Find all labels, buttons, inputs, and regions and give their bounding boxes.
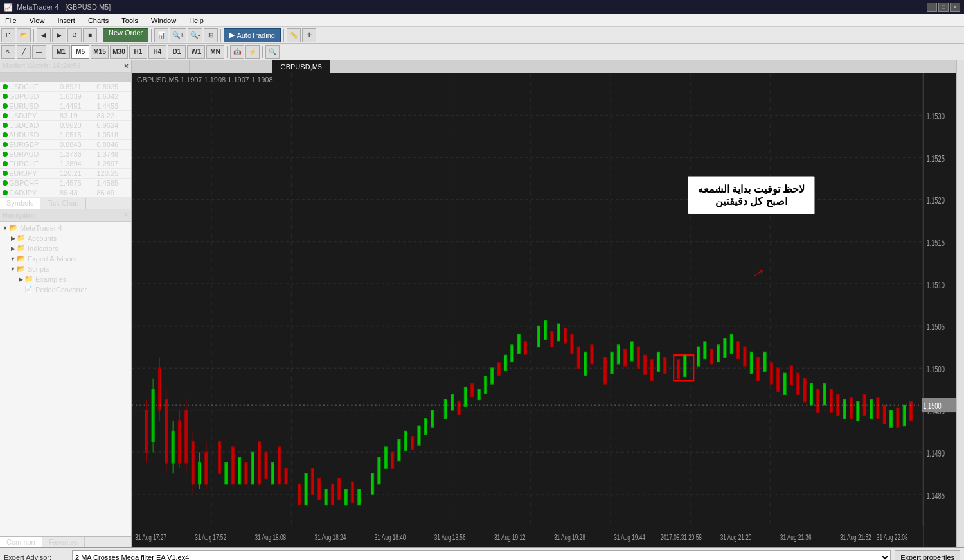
tree-item-period-converter[interactable]: PeriodConverter (17, 284, 130, 295)
ea-dropdown[interactable]: 2 MA Crosses Mega filter EA V1.ex4 (72, 550, 891, 560)
svg-rect-73 (451, 394, 454, 410)
tf-m5[interactable]: M5 (71, 45, 89, 59)
mw-row[interactable]: CADJPY 86.43 86.49 (0, 188, 131, 198)
svg-rect-54 (311, 468, 314, 494)
mw-row[interactable]: EURUSD 1.4451 1.4453 (0, 101, 131, 111)
folder-icon-ea (17, 254, 26, 263)
mw-row[interactable]: USDCAD 0.9620 0.9624 (0, 121, 131, 130)
tree-item-ea[interactable]: ▼ Expert Advisors (9, 254, 130, 264)
mw-tab-symbols[interactable]: Symbols (0, 198, 40, 209)
mw-tab-tick[interactable]: Tick Chart (40, 198, 86, 209)
chart-tab-gbpusd-m5[interactable]: GBPUSD,M5 (272, 60, 330, 73)
search-button[interactable]: 🔍 (265, 45, 280, 59)
line-button[interactable]: 📏 (287, 28, 301, 42)
svg-rect-48 (265, 452, 267, 478)
tree-item-examples[interactable]: ▶ Examples (17, 274, 130, 284)
menu-view[interactable]: View (27, 14, 48, 26)
cursor-button[interactable]: ↖ (1, 45, 15, 59)
chart-area[interactable]: EURUSD,M1 EURUSD,M2 (offline) GBPUSD,M5 … (132, 60, 956, 547)
svg-rect-70 (424, 419, 427, 435)
svg-rect-51 (285, 468, 287, 484)
mw-cell-ask: 86.49 (94, 188, 131, 198)
tf-h1[interactable]: H1 (129, 45, 147, 59)
mw-tabs: Symbols Tick Chart (0, 198, 131, 209)
tree-item-root[interactable]: ▼ MetaTrader 4 (1, 223, 130, 233)
chart-tab-eurusd-m2[interactable]: EURUSD,M2 (offline) (190, 60, 272, 73)
menu-help[interactable]: Help (186, 14, 206, 26)
expert-properties-button[interactable]: Expert properties (895, 550, 960, 560)
tree-item-scripts[interactable]: ▼ Scripts (9, 264, 130, 274)
zoom-out-button[interactable]: 🔍- (188, 28, 202, 42)
chart-tab-eurusd-m1[interactable]: EURUSD,M1 (132, 60, 190, 73)
svg-rect-77 (478, 389, 480, 399)
expand-icon-ea: ▼ (9, 255, 17, 263)
mw-row[interactable]: EURJPY 120.21 120.25 (0, 169, 131, 179)
svg-rect-58 (338, 478, 341, 500)
mw-row[interactable]: AUDUSD 1.0515 1.0518 (0, 130, 131, 140)
minimize-button[interactable]: _ (927, 3, 937, 12)
menu-window[interactable]: Window (148, 14, 179, 26)
mw-cell-bid: 1.4575 (57, 179, 94, 188)
mw-row[interactable]: EURAUD 1.3736 1.3748 (0, 150, 131, 159)
mw-table: Symbol Bid Ask USDCHF 0.8921 0.8925 GBPU… (0, 73, 131, 198)
menu-insert[interactable]: Insert (55, 14, 78, 26)
mw-cell-symbol: EURUSD (0, 101, 57, 111)
tf-m30[interactable]: M30 (110, 45, 128, 59)
menu-file[interactable]: File (3, 14, 19, 26)
svg-rect-102 (657, 353, 659, 372)
tf-mn[interactable]: MN (206, 45, 224, 59)
chart-mode-button[interactable]: 📊 (154, 28, 168, 42)
open-button[interactable]: 📂 (17, 28, 31, 42)
tf-m15[interactable]: M15 (91, 45, 109, 59)
refresh-button[interactable]: ↺ (67, 28, 82, 42)
svg-rect-94 (604, 358, 607, 384)
mw-row[interactable]: USDCHF 0.8921 0.8925 (0, 82, 131, 92)
mw-row[interactable]: GBPUSD 1.6339 1.6342 (0, 92, 131, 101)
mw-cell-ask: 1.6342 (94, 92, 131, 101)
menu-tools[interactable]: Tools (119, 14, 141, 26)
forward-button[interactable]: ▶ (52, 28, 66, 42)
title-bar-controls[interactable]: _ □ × (927, 3, 960, 12)
expand-icon-pc (17, 286, 24, 293)
menu-charts[interactable]: Charts (85, 14, 111, 26)
tf-separator2 (262, 46, 263, 58)
line-tool-button[interactable]: ╱ (17, 45, 31, 59)
mw-cell-ask: 120.25 (94, 169, 131, 179)
mw-close[interactable]: × (124, 62, 129, 71)
svg-rect-120 (783, 373, 786, 394)
properties-button[interactable]: ⊞ (204, 28, 218, 42)
svg-text:31 Aug 18:56: 31 Aug 18:56 (434, 532, 466, 541)
svg-rect-118 (770, 363, 772, 384)
indicator-button[interactable]: ⚡ (245, 45, 260, 59)
mw-row[interactable]: EURCHF 1.2894 1.2897 (0, 159, 131, 169)
svg-rect-93 (591, 345, 593, 364)
tree-item-indicators[interactable]: ▶ Indicators (9, 243, 130, 254)
expert-button[interactable]: 🤖 (230, 45, 244, 59)
mw-row[interactable]: EURGBP 0.8843 0.8846 (0, 140, 131, 150)
maximize-button[interactable]: □ (938, 3, 949, 12)
right-scrollbar[interactable] (956, 60, 964, 547)
auto-trading-button[interactable]: ▶ AutoTrading (224, 28, 281, 42)
stop-button[interactable]: ■ (83, 28, 97, 42)
nav-tab-favorites[interactable]: Favorites (42, 537, 85, 547)
zoom-in-button[interactable]: 🔍+ (170, 28, 186, 42)
mw-cell-bid: 120.21 (57, 169, 94, 179)
mw-row[interactable]: USDJPY 83.19 83.22 (0, 111, 131, 121)
tf-m1[interactable]: M1 (52, 45, 70, 59)
tf-h4[interactable]: H4 (148, 45, 166, 59)
tf-d1[interactable]: D1 (168, 45, 186, 59)
crosshair-button[interactable]: ✛ (302, 28, 316, 42)
hline-tool-button[interactable]: — (32, 45, 46, 59)
svg-rect-49 (271, 463, 274, 484)
new-order-button[interactable]: New Order (103, 28, 148, 42)
nav-tab-common[interactable]: Common (0, 537, 42, 547)
mw-row[interactable]: GBPCHF 1.4575 1.4585 (0, 179, 131, 188)
tf-w1[interactable]: W1 (187, 45, 205, 59)
svg-text:31 Aug 17:52: 31 Aug 17:52 (195, 532, 226, 541)
svg-text:31 Aug 19:28: 31 Aug 19:28 (554, 532, 585, 541)
nav-close-button[interactable]: × (124, 211, 129, 220)
back-button[interactable]: ◀ (37, 28, 51, 42)
tree-item-accounts[interactable]: ▶ Accounts (9, 233, 130, 243)
new-button[interactable]: 🗋 (1, 28, 15, 42)
close-button[interactable]: × (950, 3, 960, 12)
